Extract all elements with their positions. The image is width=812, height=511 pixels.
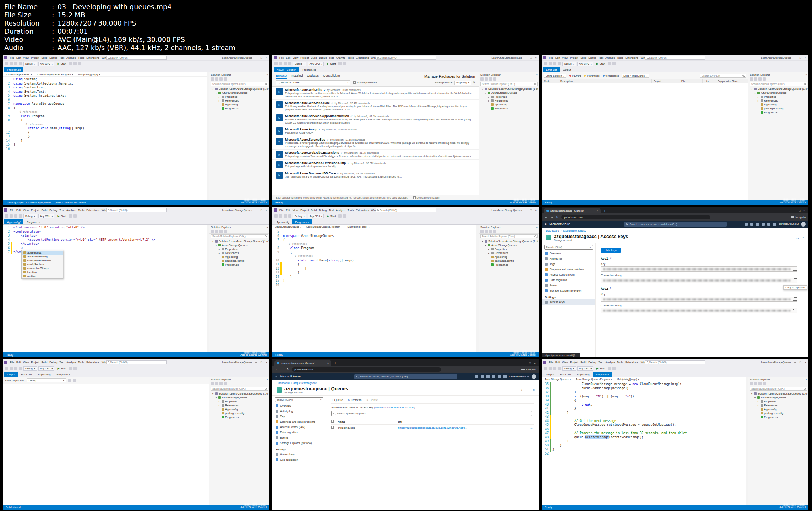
help-icon[interactable] [767,223,770,226]
code-area[interactable]: 56namespace AzureStorageQueues7{ 0 refer… [272,229,479,352]
tree-item[interactable]: ▾Solution 'LearnAzureStorageQueues' (1 o… [209,392,269,396]
back-icon[interactable]: ← [545,215,548,219]
collapse-all-icon[interactable] [758,77,762,81]
new-file-icon[interactable] [544,367,547,370]
queue-name[interactable]: linkedinqueue [338,426,398,429]
package-item[interactable]: N Microsoft.Azure.Amqp✔by Microsoft,50.6… [272,126,479,136]
project-dropdown[interactable]: AzureStorageQueues▾ [275,225,301,228]
new-tab-button[interactable]: + [333,361,338,365]
menu-item[interactable]: File [548,361,554,364]
member-dropdown[interactable]: Main(string[] args)▾ [78,73,100,76]
comment-icon[interactable] [78,62,81,65]
clear-search-icon[interactable]: × [347,81,349,84]
editor-scrollbar[interactable] [207,225,209,352]
project-dropdown[interactable]: AzureStorageQueues▾ [6,73,32,76]
menu-item[interactable]: Storage Explorer (preview) [542,288,595,293]
select-all-checkbox[interactable] [331,420,334,423]
menu-search-input[interactable]: Search (Ctrl+/)« [544,245,593,250]
minimize-button[interactable]: ─ [794,361,797,364]
refresh-icon[interactable] [215,230,218,233]
collapse-all-icon[interactable] [489,77,492,81]
more-icon[interactable]: … [796,236,799,239]
menu-item[interactable]: Tools [616,361,625,364]
menu-item[interactable]: Debug [587,56,597,59]
tree-item[interactable]: Program.cs [748,415,808,419]
refresh-icon[interactable] [215,382,218,385]
undo-icon[interactable] [19,62,22,65]
start-debug-button[interactable]: ▶Start [56,367,67,370]
output-source-dropdown[interactable]: Debug▾ [27,378,66,382]
tree-item[interactable]: ▾Solution 'LearnAzureStorageQueues' (1 o… [479,239,539,243]
clear-output-icon[interactable] [68,379,71,382]
document-tab[interactable]: Error List [557,372,574,377]
tree-item[interactable]: App.config [209,255,269,259]
step-over-icon[interactable] [69,62,72,65]
avatar[interactable] [532,374,536,379]
menu-item[interactable]: Extensions [624,361,639,364]
account-name[interactable]: CHARBELNEMNOM [779,223,799,225]
configuration-dropdown[interactable]: Debug▾ [23,366,37,371]
home-icon[interactable] [480,230,484,233]
undo-icon[interactable] [558,62,561,65]
column-header[interactable]: Suppression State [715,79,748,83]
minimize-button[interactable]: ─ [255,361,258,364]
package-item[interactable]: N Microsoft.Azure.Services.AppAuthentica… [272,113,479,126]
settings-icon[interactable] [492,375,495,378]
menu-item[interactable]: Extensions [85,208,100,212]
solution-search-input[interactable]: Search Solution Explorer (Ctrl+;) [211,82,268,86]
menu-item[interactable]: Tools [77,56,86,59]
refresh-icon[interactable] [754,382,757,385]
queue-prefix-search-input[interactable]: Search queues by prefix [331,411,532,416]
document-tab[interactable]: App.config [35,372,53,377]
feedback-icon[interactable] [773,223,776,226]
column-header[interactable]: File [679,79,703,83]
maximize-button[interactable]: □ [260,208,263,212]
errors-filter[interactable]: 0 Errors [569,75,581,77]
menu-item[interactable]: Access Control (IAM) [542,272,595,277]
row-checkbox[interactable] [331,426,334,429]
intellisense-item[interactable]: connectionStrings [22,266,63,270]
minimize-button[interactable]: ─ [524,208,527,212]
refresh-icon[interactable] [485,230,488,233]
package-item[interactable]: N Microsoft.Azure.WebJobs.Core✔by Micros… [272,100,479,113]
properties-icon[interactable] [224,77,227,81]
forward-icon[interactable]: → [550,215,554,219]
tree-item[interactable]: packages.config [748,411,808,415]
menu-item[interactable]: Activity log [272,408,326,414]
document-tab[interactable]: Program.cs [4,67,23,72]
intellisense-item[interactable]: assemblyBinding [22,255,63,259]
minimize-button[interactable]: ─ [255,208,258,212]
menu-item[interactable]: Access keys [542,299,595,305]
tree-item[interactable]: ▾Solution 'LearnAzureStorageQueues' (1 o… [748,392,808,396]
configuration-dropdown[interactable]: Debug▾ [562,62,576,66]
menu-item[interactable]: View [561,361,569,364]
document-tab[interactable]: Output [560,67,574,72]
minimize-button[interactable]: ─ [524,361,526,365]
quick-search-input[interactable]: Search (Ctrl+Q) [645,360,705,364]
menu-item[interactable]: Debug [48,208,58,212]
step-over-icon[interactable] [69,214,72,218]
dont-show-again-checkbox[interactable]: Do not show this again [413,196,440,199]
maximize-button[interactable]: □ [260,361,263,364]
quick-search-input[interactable]: Search (Ctrl+Q) [376,56,436,60]
document-tab[interactable]: Error List [543,67,560,72]
menu-item[interactable]: File [278,56,285,59]
close-button[interactable]: × [265,208,268,212]
platform-dropdown[interactable]: Any CPU▾ [38,366,55,371]
menu-item[interactable]: Build [310,208,318,212]
close-blade-icon[interactable]: × [802,236,804,239]
menu-item[interactable]: Analyze [65,361,77,364]
hamburger-icon[interactable]: ≡ [275,375,277,378]
refresh-button[interactable]: ↻Refresh [348,398,362,402]
key-value-field[interactable] [601,266,797,272]
menu-item[interactable]: Events [542,283,595,288]
package-item[interactable]: N Microsoft.Azure.WebJobs.Extensions.Htt… [272,160,479,170]
properties-icon[interactable] [224,382,227,385]
solution-search-input[interactable]: Search Solution Explorer (Ctrl+;) [750,387,807,391]
menu-item[interactable]: Tags [272,414,326,419]
close-button[interactable]: × [534,361,536,365]
panel-close-icon[interactable]: × [806,73,807,76]
close-button[interactable]: × [804,361,807,364]
menu-item[interactable]: File [278,208,285,212]
tree-item[interactable]: ▸References [479,251,539,255]
